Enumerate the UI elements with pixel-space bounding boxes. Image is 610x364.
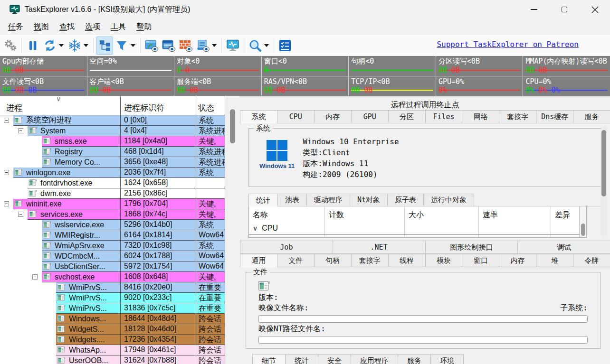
close-button[interactable] [580, 0, 610, 19]
options-checklist-button[interactable] [276, 37, 294, 55]
process-row[interactable]: WhatsAp...17948 [0x461c]跨会话 [0, 345, 225, 355]
image-name-input[interactable] [258, 315, 588, 323]
process-row[interactable]: winlogon.exe2036 [0x7f4]系统 [0, 168, 225, 178]
subtab-原子表[interactable]: 原子表 [387, 194, 424, 206]
tab-内存[interactable]: 内存 [314, 110, 352, 123]
tree-expander[interactable] [18, 212, 23, 217]
process-row[interactable]: fontdrvhost.exe1624 [0x658] [0, 178, 225, 188]
process-row[interactable]: WmiPrvS...8416 [0x20e0]在重要 [0, 282, 225, 293]
sort-chevron-icon[interactable]: ∨ [56, 95, 61, 103]
tab-服务[interactable]: 服务 [398, 354, 431, 364]
graph-panel[interactable]: 文件读写<0B0B0B0B [0, 76, 87, 96]
tab-统计[interactable]: 统计 [285, 354, 318, 364]
subtab-统计[interactable]: 统计 [248, 194, 278, 206]
freeze-button[interactable] [66, 37, 83, 55]
stats-column-header[interactable]: 速率 [479, 206, 551, 223]
tab-分区[interactable]: 分区 [388, 110, 426, 123]
search-dropdown-arrow[interactable] [264, 44, 269, 47]
tab-内存[interactable]: 内存 [499, 254, 536, 267]
process-row[interactable]: 系统空闲进程0 [0x0]系统 [0, 115, 225, 126]
tab-.NET[interactable]: .NET [333, 241, 426, 253]
tab-细节[interactable]: 细节 [252, 354, 286, 364]
subtab-池表[interactable]: 池表 [277, 194, 307, 206]
tab-GPU[interactable]: GPU [351, 110, 389, 123]
minimize-button[interactable] [519, 0, 549, 19]
process-row[interactable]: wslservice.exe5296 [0x14b0]系统 [0, 220, 225, 230]
stats-row[interactable]: ∨CPU [249, 223, 586, 235]
script-monitor-button[interactable] [194, 37, 211, 55]
patreon-link[interactable]: Support TaskExplorer on Patreon [437, 40, 579, 49]
scrollbar-thumb[interactable] [601, 130, 606, 196]
tab-文件[interactable]: 文件 [277, 254, 315, 267]
subtab-驱动程序[interactable]: 驱动程序 [306, 194, 350, 206]
scrollbar-thumb[interactable] [230, 109, 235, 143]
tab-线程[interactable]: 线程 [388, 254, 426, 267]
firewall-monitor-button[interactable] [177, 37, 194, 55]
column-divider[interactable] [196, 96, 196, 364]
menu-item-选项[interactable]: 选项 [80, 20, 105, 34]
graph-panel[interactable]: RAS/VPN<0B0B0B [262, 76, 349, 96]
process-table-scrollbar[interactable] [225, 96, 240, 364]
graph-panel[interactable]: 窗口<00 [262, 56, 349, 76]
filter-button[interactable] [113, 37, 130, 55]
stats-column-header[interactable]: 名称 [249, 206, 325, 223]
column-header-process[interactable]: 进程 [6, 103, 22, 113]
menu-item-工具[interactable]: 工具 [105, 20, 131, 34]
menu-item-查找[interactable]: 查找 [54, 20, 80, 34]
tab-CPU[interactable]: CPU [277, 110, 315, 123]
graph-panel[interactable]: TCP/IP<0B0B0B [349, 76, 436, 96]
tree-expander[interactable] [18, 128, 23, 133]
process-row[interactable]: UserOOB...31624 [0x7b88]跨会话 [0, 355, 225, 364]
process-row[interactable]: UsbClientSer...5972 [0x1754]Wow64 [0, 261, 225, 272]
tab-令牌[interactable]: 令牌 [573, 254, 610, 267]
system-monitor-button[interactable] [224, 37, 241, 55]
tree-expander[interactable] [32, 274, 38, 280]
chevron-down-icon[interactable]: ∨ [253, 224, 257, 232]
menu-item-视图[interactable]: 视图 [29, 20, 54, 34]
tab-环境[interactable]: 环境 [430, 354, 464, 364]
column-divider[interactable] [120, 96, 121, 364]
stats-column-header[interactable]: 大小 [405, 206, 479, 223]
process-row[interactable]: WmiApSrv.exe7320 [0x1c98]系统 [0, 241, 225, 251]
graph-panel[interactable]: 服务端<0B0B0B [174, 76, 261, 96]
tab-系统[interactable]: 系统 [240, 110, 277, 123]
nt-path-input[interactable] [258, 336, 588, 344]
stats-column-header[interactable]: 计数 [325, 206, 405, 223]
tab-套接字[interactable]: 套接字 [499, 110, 536, 123]
script-monitor-dropdown-arrow[interactable] [212, 44, 217, 47]
tab-Dns缓存[interactable]: Dns缓存 [536, 110, 573, 123]
menu-item-帮助[interactable]: 帮助 [131, 20, 157, 34]
tab-网络[interactable]: 网络 [462, 110, 499, 123]
tab-Files[interactable]: Files [425, 110, 463, 123]
process-row[interactable]: WmiPrvS...9020 [0x233c]在重要 [0, 293, 225, 303]
graph-panel[interactable]: 句柄<0 [349, 56, 436, 76]
process-row[interactable]: dwm.exe2156 [0x86c] [0, 188, 225, 199]
pause-button[interactable] [24, 37, 41, 55]
graph-panel[interactable]: MMAP(内存映射)读写<0B0B0B [523, 56, 610, 76]
window-monitor-button[interactable] [143, 37, 160, 55]
process-row[interactable]: WDCmbcM...6024 [0x1788]Wow64 [0, 251, 225, 261]
process-row[interactable]: svchost.exe1608 [0x648]关键, [0, 272, 225, 282]
tree-expander[interactable] [4, 118, 9, 123]
tab-服务[interactable]: 服务 [573, 110, 610, 123]
process-row[interactable]: services.exe1868 [0x74c]关键, [0, 209, 225, 220]
process-row[interactable]: WmiPrvS...31836 [0x7c5c]在重要 [0, 303, 225, 314]
menu-item-任务[interactable]: 任务 [3, 20, 29, 34]
tab-安全[interactable]: 安全 [318, 354, 351, 364]
refresh-dropdown-arrow[interactable] [59, 44, 64, 47]
column-header-status[interactable]: 状态 [198, 103, 214, 113]
tab-模块[interactable]: 模块 [425, 254, 463, 267]
process-row[interactable]: smss.exe1184 [0x4a0]关键, [0, 136, 225, 147]
tab-图形绘制接口[interactable]: 图形绘制接口 [425, 241, 518, 253]
process-row[interactable]: Widgets....17236 [0x4354]跨会话 [0, 335, 225, 345]
graph-panel[interactable]: 分区读写<0B0B0B [436, 56, 523, 76]
process-tree-button[interactable] [96, 37, 113, 55]
tab-套接字[interactable]: 套接字 [351, 254, 389, 267]
filter-dropdown-arrow[interactable] [131, 44, 135, 47]
refresh-button[interactable] [41, 37, 58, 55]
graph-panel[interactable]: 对象<000 [174, 56, 261, 76]
search-button[interactable] [247, 37, 264, 55]
tree-expander[interactable] [4, 170, 9, 175]
process-row[interactable]: Registry468 [0x1d4]系统进程 [0, 147, 225, 157]
scrollbar-thumb[interactable] [581, 224, 585, 236]
